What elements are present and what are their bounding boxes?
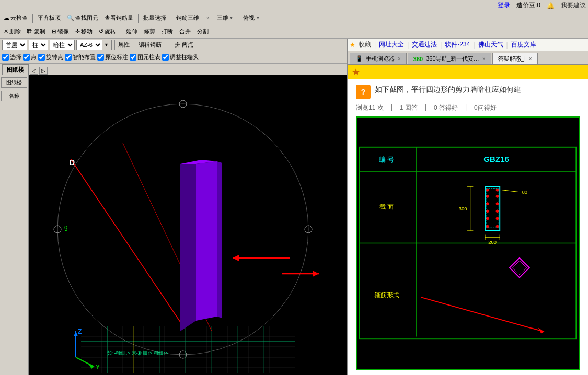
baidu-library-link[interactable]: 百度文库 xyxy=(511,40,536,49)
svg-point-64 xyxy=(486,217,489,220)
rotate-point-checkbox-label[interactable]: 旋转点 xyxy=(38,53,63,61)
rotate-icon: ↺ xyxy=(99,28,103,35)
suggestion-link[interactable]: 我要建议 xyxy=(561,1,586,10)
svg-point-56 xyxy=(486,189,489,192)
code-select[interactable]: AZ-6 xyxy=(76,40,102,50)
cad-tab-bar: 图纸楼 ◁ ▷ xyxy=(0,64,347,75)
dropdown-arrow-icon: ▼ xyxy=(104,42,109,48)
point-checkbox[interactable] xyxy=(23,54,30,61)
smart-layout-checkbox-label[interactable]: 智能布置 xyxy=(65,53,96,61)
two-point-button[interactable]: 拼 两点 xyxy=(171,40,197,50)
break-button[interactable]: 打断 xyxy=(159,26,176,38)
separator xyxy=(168,40,168,50)
svg-text:GBZ16: GBZ16 xyxy=(483,155,509,163)
more-tools: » xyxy=(206,15,210,21)
trim-button[interactable]: 修剪 xyxy=(141,26,158,38)
svg-point-63 xyxy=(496,209,499,213)
svg-text:D: D xyxy=(70,158,75,167)
tab-qa[interactable]: 答疑解惑_| × xyxy=(492,53,538,64)
split-button[interactable]: 分割 xyxy=(194,26,211,38)
select-checkbox-label[interactable]: 选择 xyxy=(2,53,21,61)
svg-point-65 xyxy=(496,217,499,220)
delete-button[interactable]: ✕ 删除 xyxy=(1,26,24,38)
bookmark-collections[interactable]: 收藏 xyxy=(359,40,371,49)
element-table-checkbox-label[interactable]: 图元柱表 xyxy=(130,53,160,61)
element-select[interactable]: 柱 xyxy=(29,40,48,50)
web-directory-link[interactable]: 网址大全 xyxy=(379,40,404,49)
view-rebar-button[interactable]: 查看钢筋量 xyxy=(102,13,136,24)
smart-layout-checkbox[interactable] xyxy=(65,54,72,61)
in-place-annotation-checkbox[interactable] xyxy=(97,54,104,61)
rebar-3d-button[interactable]: 钢筋三维 xyxy=(174,13,202,24)
search-icon: 🔍 xyxy=(67,15,74,21)
separator xyxy=(212,14,212,23)
separator: | xyxy=(465,103,467,112)
main-content: 首层 柱 暗柱 AZ-6 ▼ 属性 编辑钢筋 xyxy=(0,39,588,375)
favorite-bar: ★ xyxy=(348,65,588,79)
floor-select[interactable]: 首层 xyxy=(2,40,27,50)
svg-text:箍筋形式: 箍筋形式 xyxy=(374,291,399,299)
close-tab-icon[interactable]: × xyxy=(398,56,401,62)
select-checkbox[interactable] xyxy=(2,54,9,61)
sub-element-select[interactable]: 暗柱 xyxy=(50,40,75,50)
merge-button[interactable]: 合并 xyxy=(177,26,193,38)
find-element-button[interactable]: 🔍 查找图元 xyxy=(64,13,101,24)
name-label[interactable]: 名称 xyxy=(1,91,27,101)
move-icon: ✛ xyxy=(75,28,80,35)
mobile-icon: 📱 xyxy=(355,55,363,62)
svg-point-60 xyxy=(486,202,489,205)
align-top-button[interactable]: 平齐板顶 xyxy=(35,13,63,24)
separator: | xyxy=(473,41,475,49)
adjust-column-end-checkbox[interactable] xyxy=(162,54,169,61)
svg-point-62 xyxy=(486,209,489,213)
login-link[interactable]: 登录 xyxy=(498,1,510,10)
answer-count: 1 回答 xyxy=(400,103,418,112)
drawings-tab[interactable]: 图纸楼 xyxy=(2,64,29,75)
separator xyxy=(121,27,121,37)
element-table-checkbox[interactable] xyxy=(130,54,136,61)
svg-point-66 xyxy=(486,225,489,228)
mirror-button[interactable]: ⊟ 镜像 xyxy=(49,26,72,38)
cad-viewport[interactable]: 图纸楼 名称 xyxy=(0,75,347,375)
question-header: ? 如下截图，平行四边形的剪力墙暗柱应如何建 xyxy=(356,85,580,99)
3d-view-button[interactable]: 三维 ▼ xyxy=(214,13,236,24)
adjust-column-end-checkbox-label[interactable]: 调整柱端头 xyxy=(162,53,199,61)
move-button[interactable]: ✛ 移动 xyxy=(73,26,95,38)
separator xyxy=(138,14,139,23)
point-checkbox-label[interactable]: 点 xyxy=(23,53,37,61)
copy-button[interactable]: ⿻ 复制 xyxy=(25,26,48,38)
tab-360-nav[interactable]: 360 360导航_新一代安全上网导 × xyxy=(408,53,491,64)
cad-section: 首层 柱 暗柱 AZ-6 ▼ 属性 编辑钢筋 xyxy=(0,39,348,375)
traffic-law-link[interactable]: 交通违法 xyxy=(412,40,437,49)
extend-button[interactable]: 延伸 xyxy=(123,26,140,38)
pricing-coins: 造价豆:0 xyxy=(516,1,540,10)
browser-tab-bar: 📱 手机浏览器 × 360 360导航_新一代安全上网导 × 答疑解惑_| × xyxy=(348,51,588,65)
separator xyxy=(171,14,171,23)
bookmark-star-icon: ★ xyxy=(350,41,355,49)
notification-icon[interactable]: 🔔 xyxy=(547,2,555,9)
cloud-check-button[interactable]: ☁ 云检查 xyxy=(1,13,30,24)
svg-marker-30 xyxy=(180,164,196,331)
svg-point-58 xyxy=(486,195,489,198)
properties-button[interactable]: 属性 xyxy=(114,40,133,50)
weather-link[interactable]: 佛山天气 xyxy=(478,40,503,49)
next-tab-button[interactable]: ▷ xyxy=(39,67,48,75)
svg-text:如↑-粗细↓> 木-粗细↑> 粗细↑>: 如↑-粗细↓> 木-粗细↑> 粗细↑> xyxy=(107,350,168,356)
separator: | xyxy=(391,103,393,112)
separator: | xyxy=(407,41,409,49)
rotate-button[interactable]: ↺ 旋转 xyxy=(96,26,119,38)
technical-drawing: 编 号 GBZ16 截 面 箍筋形式 xyxy=(356,116,580,370)
software-link[interactable]: 软件-234 xyxy=(445,40,470,49)
separator xyxy=(238,14,238,23)
drawing-library-label[interactable]: 图纸楼 xyxy=(1,77,27,88)
edit-rebar-button[interactable]: 编辑钢筋 xyxy=(135,40,165,50)
close-tab-icon[interactable]: × xyxy=(529,56,532,62)
tab-mobile-browser[interactable]: 📱 手机浏览器 × xyxy=(350,53,407,64)
prev-tab-button[interactable]: ◁ xyxy=(30,67,38,75)
close-tab-icon[interactable]: × xyxy=(482,56,486,62)
batch-select-button[interactable]: 批量选择 xyxy=(141,13,169,24)
top-view-button[interactable]: 俯视 ▼ xyxy=(240,13,262,24)
in-place-annotation-checkbox-label[interactable]: 原位标注 xyxy=(97,53,128,61)
rotate-point-checkbox[interactable] xyxy=(38,54,45,61)
browser-content-area: ? 如下截图，平行四边形的剪力墙暗柱应如何建 浏览11 次 | 1 回答 | 0… xyxy=(348,79,588,375)
